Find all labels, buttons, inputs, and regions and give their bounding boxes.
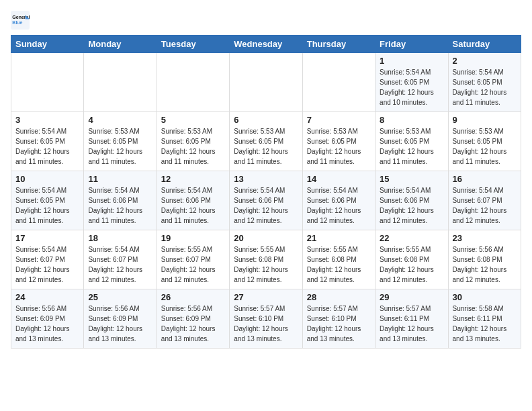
day-info: Sunrise: 5:54 AM Sunset: 6:06 PM Dayligh… bbox=[161, 185, 225, 226]
calendar-table: SundayMondayTuesdayWednesdayThursdayFrid… bbox=[11, 35, 521, 349]
day-info: Sunrise: 5:57 AM Sunset: 6:11 PM Dayligh… bbox=[380, 304, 443, 344]
calendar-cell: 3Sunrise: 5:54 AM Sunset: 6:05 PM Daylig… bbox=[11, 112, 84, 171]
day-number: 30 bbox=[453, 292, 517, 302]
weekday-header-friday: Friday bbox=[375, 36, 448, 53]
day-number: 2 bbox=[453, 56, 517, 66]
day-number: 23 bbox=[453, 233, 517, 243]
calendar-cell: 20Sunrise: 5:55 AM Sunset: 6:08 PM Dayli… bbox=[230, 230, 302, 289]
calendar-cell: 17Sunrise: 5:54 AM Sunset: 6:07 PM Dayli… bbox=[11, 230, 84, 289]
day-info: Sunrise: 5:55 AM Sunset: 6:08 PM Dayligh… bbox=[380, 244, 443, 285]
day-number: 27 bbox=[234, 292, 298, 302]
calendar-week-row: 1Sunrise: 5:54 AM Sunset: 6:05 PM Daylig… bbox=[11, 53, 521, 112]
day-number: 9 bbox=[453, 115, 517, 125]
calendar-cell: 21Sunrise: 5:55 AM Sunset: 6:08 PM Dayli… bbox=[302, 230, 375, 289]
day-info: Sunrise: 5:54 AM Sunset: 6:06 PM Dayligh… bbox=[88, 185, 152, 226]
weekday-header-thursday: Thursday bbox=[302, 36, 375, 53]
calendar-cell bbox=[84, 53, 157, 112]
day-info: Sunrise: 5:56 AM Sunset: 6:09 PM Dayligh… bbox=[15, 304, 79, 344]
calendar-cell: 22Sunrise: 5:55 AM Sunset: 6:08 PM Dayli… bbox=[375, 230, 448, 289]
weekday-header-tuesday: Tuesday bbox=[157, 36, 229, 53]
day-number: 10 bbox=[15, 174, 79, 184]
calendar-cell: 9Sunrise: 5:53 AM Sunset: 6:05 PM Daylig… bbox=[448, 112, 521, 171]
day-info: Sunrise: 5:54 AM Sunset: 6:06 PM Dayligh… bbox=[380, 185, 443, 226]
weekday-header-wednesday: Wednesday bbox=[230, 36, 302, 53]
day-info: Sunrise: 5:56 AM Sunset: 6:08 PM Dayligh… bbox=[453, 244, 517, 285]
day-number: 5 bbox=[161, 115, 225, 125]
calendar-cell: 4Sunrise: 5:53 AM Sunset: 6:05 PM Daylig… bbox=[84, 112, 157, 171]
day-info: Sunrise: 5:54 AM Sunset: 6:05 PM Dayligh… bbox=[15, 126, 79, 167]
day-number: 8 bbox=[380, 115, 443, 125]
day-info: Sunrise: 5:55 AM Sunset: 6:08 PM Dayligh… bbox=[307, 244, 371, 285]
day-number: 21 bbox=[307, 233, 371, 243]
calendar-cell: 5Sunrise: 5:53 AM Sunset: 6:05 PM Daylig… bbox=[157, 112, 229, 171]
calendar-cell: 23Sunrise: 5:56 AM Sunset: 6:08 PM Dayli… bbox=[448, 230, 521, 289]
day-info: Sunrise: 5:54 AM Sunset: 6:07 PM Dayligh… bbox=[88, 244, 152, 285]
day-info: Sunrise: 5:57 AM Sunset: 6:10 PM Dayligh… bbox=[307, 304, 371, 344]
day-number: 6 bbox=[234, 115, 298, 125]
calendar-week-row: 24Sunrise: 5:56 AM Sunset: 6:09 PM Dayli… bbox=[11, 289, 521, 349]
day-number: 7 bbox=[307, 115, 371, 125]
day-info: Sunrise: 5:56 AM Sunset: 6:09 PM Dayligh… bbox=[88, 304, 152, 344]
calendar-cell: 7Sunrise: 5:53 AM Sunset: 6:05 PM Daylig… bbox=[302, 112, 375, 171]
day-info: Sunrise: 5:53 AM Sunset: 6:05 PM Dayligh… bbox=[380, 126, 443, 167]
calendar-cell: 24Sunrise: 5:56 AM Sunset: 6:09 PM Dayli… bbox=[11, 289, 84, 349]
day-info: Sunrise: 5:57 AM Sunset: 6:10 PM Dayligh… bbox=[234, 304, 298, 344]
calendar-cell: 27Sunrise: 5:57 AM Sunset: 6:10 PM Dayli… bbox=[230, 289, 302, 349]
weekday-header-row: SundayMondayTuesdayWednesdayThursdayFrid… bbox=[11, 36, 521, 53]
day-info: Sunrise: 5:55 AM Sunset: 6:07 PM Dayligh… bbox=[161, 244, 225, 285]
day-info: Sunrise: 5:54 AM Sunset: 6:05 PM Dayligh… bbox=[380, 67, 443, 107]
calendar-cell bbox=[230, 53, 302, 112]
day-info: Sunrise: 5:54 AM Sunset: 6:07 PM Dayligh… bbox=[453, 185, 517, 226]
calendar-week-row: 3Sunrise: 5:54 AM Sunset: 6:05 PM Daylig… bbox=[11, 112, 521, 171]
calendar-week-row: 17Sunrise: 5:54 AM Sunset: 6:07 PM Dayli… bbox=[11, 230, 521, 289]
calendar-cell bbox=[11, 53, 84, 112]
day-number: 1 bbox=[380, 56, 443, 66]
day-info: Sunrise: 5:54 AM Sunset: 6:06 PM Dayligh… bbox=[234, 185, 298, 226]
weekday-header-sunday: Sunday bbox=[11, 36, 84, 53]
calendar-cell: 15Sunrise: 5:54 AM Sunset: 6:06 PM Dayli… bbox=[375, 171, 448, 230]
day-info: Sunrise: 5:53 AM Sunset: 6:05 PM Dayligh… bbox=[234, 126, 298, 167]
calendar-cell: 1Sunrise: 5:54 AM Sunset: 6:05 PM Daylig… bbox=[375, 53, 448, 112]
weekday-header-saturday: Saturday bbox=[448, 36, 521, 53]
day-number: 18 bbox=[88, 233, 152, 243]
calendar-cell: 6Sunrise: 5:53 AM Sunset: 6:05 PM Daylig… bbox=[230, 112, 302, 171]
day-number: 15 bbox=[380, 174, 443, 184]
day-number: 16 bbox=[453, 174, 517, 184]
day-info: Sunrise: 5:54 AM Sunset: 6:05 PM Dayligh… bbox=[15, 185, 79, 226]
calendar-week-row: 10Sunrise: 5:54 AM Sunset: 6:05 PM Dayli… bbox=[11, 171, 521, 230]
day-info: Sunrise: 5:56 AM Sunset: 6:09 PM Dayligh… bbox=[161, 304, 225, 344]
logo: General Blue bbox=[11, 11, 32, 30]
calendar-cell: 29Sunrise: 5:57 AM Sunset: 6:11 PM Dayli… bbox=[375, 289, 448, 349]
calendar-cell bbox=[157, 53, 229, 112]
day-number: 3 bbox=[15, 115, 79, 125]
day-number: 13 bbox=[234, 174, 298, 184]
day-info: Sunrise: 5:54 AM Sunset: 6:07 PM Dayligh… bbox=[15, 244, 79, 285]
day-info: Sunrise: 5:53 AM Sunset: 6:05 PM Dayligh… bbox=[453, 126, 517, 167]
calendar-container: General Blue SundayMondayTuesdayWednesda… bbox=[0, 0, 532, 354]
day-number: 22 bbox=[380, 233, 443, 243]
day-number: 14 bbox=[307, 174, 371, 184]
day-number: 29 bbox=[380, 292, 443, 302]
day-number: 11 bbox=[88, 174, 152, 184]
calendar-cell: 30Sunrise: 5:58 AM Sunset: 6:11 PM Dayli… bbox=[448, 289, 521, 349]
day-info: Sunrise: 5:58 AM Sunset: 6:11 PM Dayligh… bbox=[453, 304, 517, 344]
day-info: Sunrise: 5:53 AM Sunset: 6:05 PM Dayligh… bbox=[161, 126, 225, 167]
day-number: 26 bbox=[161, 292, 225, 302]
day-info: Sunrise: 5:55 AM Sunset: 6:08 PM Dayligh… bbox=[234, 244, 298, 285]
day-number: 25 bbox=[88, 292, 152, 302]
day-number: 28 bbox=[307, 292, 371, 302]
calendar-cell: 18Sunrise: 5:54 AM Sunset: 6:07 PM Dayli… bbox=[84, 230, 157, 289]
calendar-cell: 10Sunrise: 5:54 AM Sunset: 6:05 PM Dayli… bbox=[11, 171, 84, 230]
day-info: Sunrise: 5:54 AM Sunset: 6:05 PM Dayligh… bbox=[453, 67, 517, 107]
day-number: 17 bbox=[15, 233, 79, 243]
day-number: 19 bbox=[161, 233, 225, 243]
calendar-cell: 13Sunrise: 5:54 AM Sunset: 6:06 PM Dayli… bbox=[230, 171, 302, 230]
calendar-cell: 19Sunrise: 5:55 AM Sunset: 6:07 PM Dayli… bbox=[157, 230, 229, 289]
calendar-cell: 28Sunrise: 5:57 AM Sunset: 6:10 PM Dayli… bbox=[302, 289, 375, 349]
logo-icon: General Blue bbox=[11, 11, 30, 30]
calendar-cell: 26Sunrise: 5:56 AM Sunset: 6:09 PM Dayli… bbox=[157, 289, 229, 349]
weekday-header-monday: Monday bbox=[84, 36, 157, 53]
calendar-cell: 25Sunrise: 5:56 AM Sunset: 6:09 PM Dayli… bbox=[84, 289, 157, 349]
calendar-cell: 16Sunrise: 5:54 AM Sunset: 6:07 PM Dayli… bbox=[448, 171, 521, 230]
calendar-cell: 11Sunrise: 5:54 AM Sunset: 6:06 PM Dayli… bbox=[84, 171, 157, 230]
